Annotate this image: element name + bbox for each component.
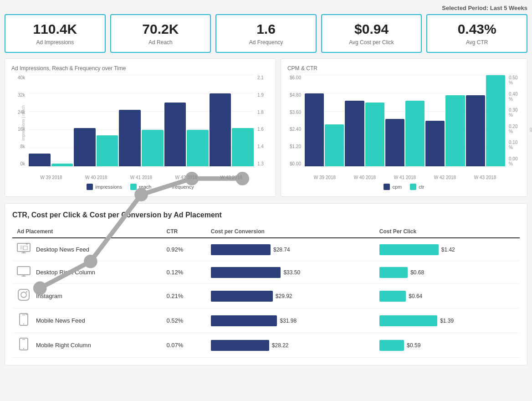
table-title: CTR, Cost per Click & Cost per Conversio… <box>12 211 520 219</box>
kpi-card-ad-impressions: 110.4K Ad Impressions <box>5 14 106 53</box>
selected-period-bar: Selected Period: Last 5 Weeks <box>5 5 527 11</box>
placement-cell-3: Mobile News Feed <box>12 308 162 333</box>
kpi-label-avg-ctr: Avg CTR <box>432 39 522 46</box>
cost-click-value-0: $1.42 <box>441 247 455 253</box>
placement-cell-0: Desktop News Feed <box>12 238 162 261</box>
cost-click-bar-4 <box>379 340 404 351</box>
table-header-row: Ad Placement CTR Cost per Conversion Cos… <box>12 226 520 238</box>
table-row: Desktop News Feed 0.92% $28.74 $1.42 <box>12 238 520 261</box>
placement-table: Ad Placement CTR Cost per Conversion Cos… <box>12 226 520 358</box>
svg-point-12 <box>26 291 27 293</box>
bar-cpm <box>466 95 485 166</box>
kpi-value-avg-ctr: 0.43% <box>432 21 522 36</box>
bar-cpm <box>305 93 324 166</box>
cost-click-cell-2: $0.64 <box>375 284 520 308</box>
x-label-right: W 40 2018 <box>345 175 385 180</box>
cost-click-value-4: $0.59 <box>407 342 420 349</box>
cost-conversion-bar-2 <box>211 291 273 302</box>
chart-left-bars <box>29 75 254 166</box>
bar-ctr <box>325 124 344 166</box>
cost-conversion-cell-4: $28.22 <box>206 333 375 358</box>
cost-click-bar-3 <box>379 315 437 326</box>
x-label: W 41 2018 <box>119 175 164 180</box>
x-label-right: W 39 2018 <box>305 175 345 180</box>
kpi-card-avg-ctr: 0.43% Avg CTR <box>426 14 527 53</box>
kpi-card-avg-cost-per-click: $0.94 Avg Cost per Click <box>321 14 422 53</box>
week-group <box>29 75 73 166</box>
cost-conversion-cell-1: $33.50 <box>206 261 375 284</box>
x-label: W 43 2018 <box>209 175 254 180</box>
kpi-label-ad-frequency: Ad Frequency <box>221 39 311 46</box>
table-row: Mobile News Feed 0.52% $31.98 $1.39 <box>12 308 520 333</box>
bar-impressions <box>29 154 51 166</box>
cost-click-value-2: $0.64 <box>409 293 422 299</box>
placement-icon-mobile-right <box>17 338 31 353</box>
x-labels-right: W 39 2018W 40 2018W 41 2018W 42 2018W 43… <box>305 175 505 180</box>
bar-impressions <box>74 128 96 166</box>
bar-ctr <box>486 75 505 166</box>
x-label: W 39 2018 <box>29 175 74 180</box>
placement-icon-desktop-right <box>17 266 31 279</box>
legend-reach-box <box>130 184 137 190</box>
x-label-right: W 43 2018 <box>465 175 505 180</box>
svg-rect-5 <box>17 243 30 252</box>
bar-reach <box>51 164 73 166</box>
cost-click-bar-1 <box>379 267 408 278</box>
ctr-cell-3: 0.52% <box>162 308 206 333</box>
svg-rect-10 <box>18 289 29 300</box>
ctr-cell-0: 0.92% <box>162 238 206 261</box>
bar-ctr <box>405 101 425 166</box>
y-axis-ctr-title: ctr <box>529 128 532 132</box>
placement-name-2: Instagram <box>36 293 62 299</box>
selected-period-label: Selected Period: <box>442 5 488 11</box>
placement-icon-desktop-feed <box>17 243 31 256</box>
table-body: Desktop News Feed 0.92% $28.74 $1.42 Des… <box>12 238 520 358</box>
ctr-cell-2: 0.21% <box>162 284 206 308</box>
y-axis-title-left: impressions | reach <box>21 105 26 141</box>
placement-cell-2: Instagram <box>12 284 162 308</box>
charts-row: Ad Impressions, Reach & Frequency over T… <box>5 58 527 197</box>
bar-reach <box>232 128 254 166</box>
placement-cell-1: Desktop Right Column <box>12 261 162 284</box>
x-label-right: W 41 2018 <box>385 175 425 180</box>
col-cost-click: Cost Per Click <box>375 226 520 238</box>
kpi-value-ad-reach: 70.2K <box>116 21 206 36</box>
cost-conversion-bar-4 <box>211 340 269 351</box>
week-group <box>74 75 118 166</box>
legend-impressions: impressions <box>87 184 122 190</box>
selected-period-value: Last 5 Weeks <box>490 5 527 11</box>
legend-ctr-label: ctr <box>419 184 424 190</box>
cost-conversion-cell-0: $28.74 <box>206 238 375 261</box>
cost-click-cell-4: $0.59 <box>375 333 520 358</box>
x-labels-left: W 39 2018W 40 2018W 41 2018W 42 2018W 43… <box>29 175 254 180</box>
bar-impressions <box>210 93 231 166</box>
chart-left-legend: impressions reach frequency <box>11 184 269 190</box>
chart-right-legend: cpm ctr <box>287 184 521 190</box>
legend-ctr-box <box>410 184 416 190</box>
legend-cpm-label: cpm <box>392 184 402 190</box>
week-group <box>119 75 163 166</box>
x-label-right: W 42 2018 <box>425 175 465 180</box>
week-group-right <box>385 75 425 166</box>
cost-click-value-3: $1.39 <box>440 318 454 324</box>
cost-conversion-cell-2: $29.92 <box>206 284 375 308</box>
bar-cpm <box>385 119 404 166</box>
col-ctr: CTR <box>162 226 206 238</box>
chart-cpm-ctr: CPM & CTR $6.00$4.80$3.60$2.40$1.20$0.00… <box>281 58 527 197</box>
kpi-row: 110.4K Ad Impressions 70.2K Ad Reach 1.6… <box>5 14 527 53</box>
y-axis-right-freq: 2.11.91.81.61.41.3 <box>256 75 269 166</box>
kpi-label-avg-cost-per-click: Avg Cost per Click <box>327 39 417 46</box>
legend-frequency-label: frequency <box>172 184 194 190</box>
cost-conversion-bar-0 <box>211 244 271 255</box>
placement-name-4: Mobile Right Column <box>36 342 91 349</box>
legend-reach-label: reach <box>139 184 152 190</box>
cost-click-bar-2 <box>379 291 406 302</box>
placement-name-1: Desktop Right Column <box>36 269 95 276</box>
cost-conversion-bar-3 <box>211 315 277 326</box>
bar-reach <box>187 130 209 166</box>
table-section: CTR, Cost per Click & Cost per Conversio… <box>5 203 527 365</box>
chart-right-bars <box>305 75 505 166</box>
cost-click-bar-0 <box>379 244 439 255</box>
bar-reach <box>142 130 164 166</box>
kpi-card-ad-reach: 70.2K Ad Reach <box>110 14 211 53</box>
